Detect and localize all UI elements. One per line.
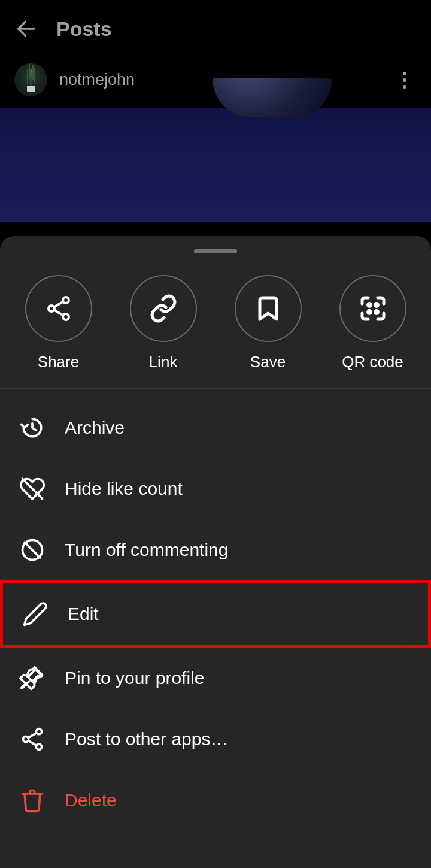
qr-label: QR code (342, 353, 403, 371)
svg-line-17 (28, 733, 37, 738)
trash-icon (19, 787, 45, 813)
bookmark-icon (235, 275, 302, 342)
svg-line-18 (28, 740, 37, 745)
comment-off-icon (19, 537, 45, 563)
post-other-apps-menu-item[interactable]: Post to other apps… (0, 709, 431, 770)
page-title: Posts (56, 17, 112, 41)
pin-menu-item[interactable]: Pin to your profile (0, 648, 431, 709)
pencil-icon (22, 601, 48, 627)
share-icon (25, 275, 92, 342)
hide-like-label: Hide like count (65, 479, 183, 499)
svg-line-4 (54, 302, 63, 307)
turn-off-comment-label: Turn off commenting (65, 540, 228, 560)
post-image-sphere (213, 78, 332, 117)
delete-label: Delete (65, 790, 117, 810)
kebab-dot-icon (403, 85, 406, 89)
svg-point-8 (368, 311, 371, 314)
heart-off-icon (19, 476, 45, 502)
kebab-dot-icon (403, 78, 406, 82)
arrow-left-icon (14, 17, 38, 41)
post-other-apps-label: Post to other apps… (65, 729, 229, 749)
delete-menu-item[interactable]: Delete (0, 770, 431, 831)
kebab-dot-icon (403, 72, 406, 75)
hide-like-menu-item[interactable]: Hide like count (0, 458, 431, 519)
menu-list: Archive Hide like count Turn off comment… (0, 389, 431, 839)
archive-menu-item[interactable]: Archive (0, 397, 431, 458)
share-label: Share (38, 353, 79, 371)
edit-label: Edit (68, 604, 99, 624)
qr-action[interactable]: QR code (328, 275, 418, 371)
pin-label: Pin to your profile (65, 668, 204, 688)
qr-icon (339, 275, 406, 342)
archive-label: Archive (65, 418, 125, 438)
share-nodes-icon (19, 726, 45, 752)
header: Posts (0, 0, 431, 58)
link-icon (130, 275, 197, 342)
top-actions-row: Share Link Save (0, 264, 431, 389)
turn-off-comment-menu-item[interactable]: Turn off commenting (0, 519, 431, 580)
svg-point-7 (375, 304, 378, 307)
svg-line-12 (25, 542, 40, 558)
svg-line-5 (54, 310, 63, 316)
svg-point-9 (375, 311, 378, 314)
more-options-button[interactable] (393, 68, 417, 92)
sheet-drag-handle[interactable] (194, 249, 237, 253)
link-label: Link (149, 353, 178, 371)
archive-icon (19, 415, 45, 441)
share-action[interactable]: Share (14, 275, 104, 371)
back-button[interactable] (14, 17, 38, 41)
save-action[interactable]: Save (223, 275, 313, 371)
link-action[interactable]: Link (119, 275, 208, 371)
svg-point-6 (368, 304, 371, 307)
save-label: Save (250, 353, 286, 371)
post-image (0, 108, 431, 222)
pin-icon (19, 665, 45, 691)
username[interactable]: notmejohn (59, 71, 135, 89)
bottom-sheet: Share Link Save (0, 236, 431, 868)
avatar[interactable] (14, 63, 47, 96)
edit-menu-item[interactable]: Edit (0, 580, 431, 648)
